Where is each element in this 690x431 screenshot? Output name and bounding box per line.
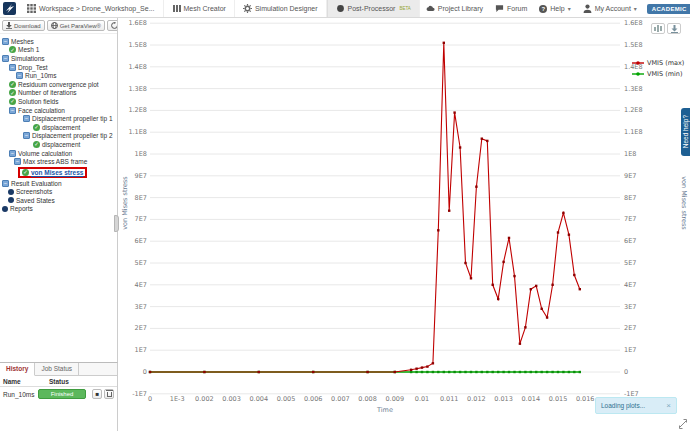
result-tree-sidebar: Download Get ParaView® −Meshes✓Mesh 1−Si… xyxy=(0,18,118,362)
tab-simulation-designer[interactable]: Simulation Designer xyxy=(235,0,327,17)
tree-item-displacement[interactable]: ✓displacement xyxy=(33,140,117,149)
x-tick-label: 0.004 xyxy=(249,395,268,403)
top-navigation-bar: Workspace > Drone_Workshop_Se... Mesh Cr… xyxy=(0,0,690,18)
collapse-icon: − xyxy=(9,107,16,114)
delete-run-button[interactable] xyxy=(104,389,114,399)
tree-item-reports[interactable]: Reports xyxy=(2,205,117,214)
tab-mesh-creator[interactable]: Mesh Creator xyxy=(164,0,235,17)
data-point-marker xyxy=(481,138,483,140)
collapse-icon: − xyxy=(2,180,9,187)
tree-item-face-calculation[interactable]: −Face calculation xyxy=(9,106,117,115)
x-tick-label: 0.016 xyxy=(576,395,595,403)
data-point-marker xyxy=(443,371,445,373)
data-point-marker xyxy=(464,371,466,373)
data-point-marker xyxy=(551,371,553,373)
tab-job-status[interactable]: Job Status xyxy=(35,363,79,375)
chart-view-button[interactable] xyxy=(651,23,665,34)
y-tick-label-right: 1.3E8 xyxy=(624,85,643,93)
run-name: Run_10ms xyxy=(3,391,38,398)
status-badge: Finished xyxy=(38,389,87,399)
workspace-grid-icon xyxy=(27,4,36,13)
get-paraview-button[interactable]: Get ParaView® xyxy=(47,20,105,31)
y-tick-label-left: 1E8 xyxy=(135,150,147,158)
data-point-marker xyxy=(492,284,494,286)
project-library-link[interactable]: Project Library xyxy=(420,4,489,13)
link-label: Forum xyxy=(507,5,527,12)
success-check-icon: ✓ xyxy=(22,169,29,176)
data-point-marker xyxy=(421,366,423,368)
toast-close-icon[interactable]: × xyxy=(666,401,671,410)
stop-run-button[interactable]: ■ xyxy=(92,389,102,399)
chart-export-button[interactable] xyxy=(667,23,681,34)
series-line-vmis-max xyxy=(150,43,580,372)
tree-item-solution-fields[interactable]: ✓Solution fields xyxy=(9,97,117,106)
history-panel: History Job Status Name Status Run_10msF… xyxy=(0,362,118,431)
tree-item-screenshots[interactable]: Screenshots xyxy=(8,188,117,197)
tab-post-processor[interactable]: Post-ProcessorBETA xyxy=(327,0,420,17)
help-menu[interactable]: ? Help▾ xyxy=(533,5,576,13)
y-tick-label-right: 1.2E8 xyxy=(624,106,643,114)
tree-item-label: Solution fields xyxy=(18,98,58,105)
data-point-marker xyxy=(470,371,472,373)
fullscreen-resize-icon[interactable] xyxy=(678,419,688,429)
post-processor-icon xyxy=(336,4,345,13)
refresh-icon xyxy=(111,22,118,29)
success-check-icon: ✓ xyxy=(33,141,40,148)
history-row[interactable]: Run_10msFinished■ xyxy=(0,387,117,401)
tree-item-drop-test[interactable]: −Drop_Test xyxy=(9,63,117,72)
need-help-tab[interactable]: Need help? xyxy=(681,108,690,156)
data-point-marker xyxy=(535,371,537,373)
tree-item-residuum-convergence-plot[interactable]: ✓Residuum convergence plot xyxy=(9,80,117,89)
tree-item-label: Screenshots xyxy=(16,188,52,195)
tree-item-displacement-propeller-tip-1[interactable]: −Displacement propeller tip 1 xyxy=(23,114,117,123)
y-tick-label-right: 1.4E8 xyxy=(624,63,643,71)
tree-item-mesh-1[interactable]: ✓Mesh 1 xyxy=(9,46,117,55)
tree-item-saved-states[interactable]: Saved States xyxy=(8,196,117,205)
data-point-marker xyxy=(579,288,581,290)
y-tick-label-right: 0 xyxy=(624,368,628,376)
simscale-logo[interactable] xyxy=(3,2,16,15)
collapse-icon: − xyxy=(9,150,16,157)
tree-item-result-evaluation[interactable]: −Result Evaluation xyxy=(2,179,117,188)
legend-label[interactable]: VMIS (max) xyxy=(647,59,684,67)
data-point-marker xyxy=(573,274,575,276)
legend-label[interactable]: VMIS (min) xyxy=(647,70,683,78)
tree-item-label: Simulations xyxy=(11,55,45,62)
y-tick-label-left: 1E7 xyxy=(135,346,147,354)
tree-item-number-of-iterations[interactable]: ✓Number of iterations xyxy=(9,89,117,98)
x-tick-label: 0.012 xyxy=(467,395,486,403)
tab-history[interactable]: History xyxy=(0,363,35,376)
y-tick-label-right: 1E7 xyxy=(624,346,636,354)
tree-item-displacement[interactable]: ✓displacement xyxy=(33,123,117,132)
paraview-icon xyxy=(51,22,58,29)
tree-item-von-mises-stress[interactable]: ✓von Mises stress xyxy=(18,167,87,178)
download-button[interactable]: Download xyxy=(2,20,45,31)
sidebar-resize-handle[interactable] xyxy=(114,215,119,232)
tree-item-meshes[interactable]: −Meshes xyxy=(2,37,117,46)
tree-item-simulations[interactable]: −Simulations xyxy=(2,54,117,63)
tree-item-label: Drop_Test xyxy=(18,64,48,71)
collapse-icon: − xyxy=(23,132,30,139)
trash-icon xyxy=(107,392,112,397)
data-point-marker xyxy=(568,234,570,236)
cloud-icon xyxy=(426,4,435,13)
y-tick-label-right: 1.6E8 xyxy=(624,19,643,27)
tree-item-volume-calculation[interactable]: −Volume calculation xyxy=(9,149,117,158)
refresh-button[interactable] xyxy=(107,20,118,31)
vmis-line-chart: -1E7-1E7001E71E72E72E73E73E74E74E75E75E7… xyxy=(118,18,690,431)
forum-link[interactable]: Forum xyxy=(489,4,533,13)
success-check-icon: ✓ xyxy=(33,124,40,131)
y-tick-label-right: 2E7 xyxy=(624,324,636,332)
tree-item-max-stress-abs-frame[interactable]: −Max stress ABS frame xyxy=(14,157,117,166)
y-tick-label-left: 5E7 xyxy=(135,259,147,267)
export-download-icon xyxy=(671,25,678,33)
x-tick-label: 0.013 xyxy=(494,395,513,403)
data-point-marker xyxy=(432,371,434,373)
tree-item-run-10ms[interactable]: −Run_10ms xyxy=(16,71,117,80)
y-tick-label-left: 3E7 xyxy=(135,303,147,311)
breadcrumb-workspace[interactable]: Workspace > Drone_Workshop_Se... xyxy=(19,0,164,17)
my-account-menu[interactable]: My Account▾ xyxy=(577,4,643,13)
tree-item-displacement-propeller-tip-2[interactable]: −Displacement propeller tip 2 xyxy=(23,132,117,141)
tree-item-label: Mesh 1 xyxy=(18,46,39,53)
data-point-marker xyxy=(470,277,472,279)
